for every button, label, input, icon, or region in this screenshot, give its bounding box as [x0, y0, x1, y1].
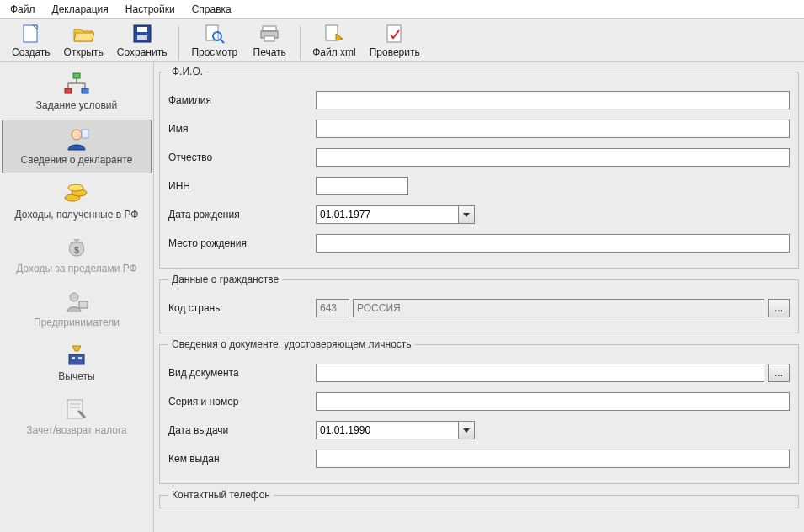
svg-rect-10 [264, 36, 274, 41]
surname-input[interactable] [316, 91, 790, 109]
group-fio: Ф.И.О. Фамилия Имя Отчество ИНН Дата рож… [159, 66, 799, 269]
deductions-icon [61, 342, 92, 369]
doc-type-lookup-button[interactable]: ... [768, 364, 790, 382]
svg-rect-14 [65, 88, 72, 93]
patronymic-input[interactable] [316, 148, 790, 167]
save-disk-icon [131, 23, 153, 45]
sidebar-entrepreneur-label: Предприниматели [34, 317, 120, 328]
money-bag-icon: $ [61, 234, 92, 261]
create-label: Создать [12, 46, 51, 58]
group-identity-doc: Сведения о документе, удостоверяющем лич… [159, 338, 799, 484]
svg-rect-12 [387, 25, 401, 42]
filexml-button[interactable]: Файл xml [306, 21, 363, 60]
sidebar: Задание условий Сведения о декларанте До… [0, 62, 154, 532]
serial-input[interactable] [316, 392, 790, 411]
sidebar-item-refund[interactable]: Зачет/возврат налога [2, 391, 152, 443]
birthplace-input[interactable] [316, 234, 790, 253]
issue-date-combo[interactable] [316, 421, 475, 439]
filexml-label: Файл xml [312, 46, 356, 58]
print-button[interactable]: Печать [244, 21, 295, 60]
birthdate-dropdown-button[interactable] [458, 205, 475, 224]
sidebar-item-deductions[interactable]: Вычеты [2, 337, 152, 389]
menu-help[interactable]: Справка [185, 2, 238, 17]
chevron-down-icon [463, 213, 470, 217]
svg-rect-25 [72, 357, 75, 359]
sidebar-item-income-abroad[interactable]: $ Доходы за пределами РФ [2, 229, 152, 281]
menu-settings[interactable]: Настройки [119, 2, 182, 17]
group-phone: Контактный телефон [159, 489, 799, 508]
svg-point-22 [70, 293, 78, 301]
svg-line-7 [221, 40, 224, 43]
printer-icon [258, 23, 280, 45]
open-button[interactable]: Открыть [57, 21, 110, 60]
briefcase-person-icon [61, 288, 92, 315]
svg-text:$: $ [74, 246, 79, 255]
preview-label: Просмотр [191, 46, 237, 58]
sidebar-item-conditions[interactable]: Задание условий [2, 66, 152, 118]
svg-rect-15 [82, 88, 88, 93]
xml-file-icon [323, 23, 345, 45]
sidebar-income-abroad-label: Доходы за пределами РФ [16, 263, 136, 274]
svg-rect-24 [69, 354, 84, 364]
birthdate-combo[interactable] [316, 205, 475, 224]
doc-type-input[interactable] [316, 364, 764, 382]
svg-rect-4 [137, 35, 147, 40]
inn-label: ИНН [168, 180, 316, 192]
svg-rect-13 [73, 73, 80, 78]
inn-input[interactable] [316, 177, 408, 195]
preview-button[interactable]: Просмотр [184, 21, 244, 60]
toolbar: Создать Открыть Сохранить Просмотр Печат… [0, 19, 804, 62]
sidebar-income-rf-label: Доходы, полученные в РФ [15, 209, 139, 221]
issue-date-label: Дата выдачи [168, 424, 316, 436]
sidebar-deductions-label: Вычеты [58, 370, 94, 382]
coins-icon [61, 180, 92, 207]
check-button[interactable]: Проверить [363, 21, 427, 60]
issued-by-input[interactable] [316, 450, 790, 468]
save-button[interactable]: Сохранить [110, 21, 174, 60]
check-document-icon [384, 23, 406, 45]
svg-rect-17 [82, 130, 88, 138]
sidebar-item-declarant[interactable]: Сведения о декларанте [2, 120, 152, 173]
print-label: Печать [253, 46, 286, 58]
check-label: Проверить [370, 46, 420, 58]
country-lookup-button[interactable]: ... [768, 299, 790, 317]
open-folder-icon [72, 23, 94, 45]
open-label: Открыть [64, 46, 104, 58]
sidebar-item-entrepreneur[interactable]: Предприниматели [2, 283, 152, 335]
country-name-input [353, 299, 764, 317]
patronymic-label: Отчество [168, 152, 316, 163]
birthdate-label: Дата рождения [168, 209, 316, 221]
hierarchy-icon [61, 71, 92, 98]
form-area: Ф.И.О. Фамилия Имя Отчество ИНН Дата рож… [154, 62, 804, 532]
sidebar-declarant-label: Сведения о декларанте [21, 154, 133, 166]
document-pen-icon [61, 396, 92, 423]
issue-date-dropdown-button[interactable] [458, 421, 475, 439]
person-icon [61, 125, 92, 152]
menu-declaration[interactable]: Декларация [45, 2, 115, 17]
issue-date-input[interactable] [316, 421, 459, 439]
sidebar-refund-label: Зачет/возврат налога [26, 424, 126, 436]
name-input[interactable] [316, 120, 790, 138]
svg-point-20 [68, 184, 83, 191]
sidebar-item-income-rf[interactable]: Доходы, полученные в РФ [2, 175, 152, 227]
create-button[interactable]: Создать [5, 21, 57, 60]
group-identity-doc-legend: Сведения о документе, удостоверяющем лич… [168, 338, 415, 350]
save-label: Сохранить [117, 46, 168, 58]
menubar: Файл Декларация Настройки Справка [0, 0, 804, 19]
toolbar-separator [178, 26, 179, 60]
country-code-label: Код страны [168, 302, 316, 314]
svg-point-16 [72, 130, 82, 140]
menu-file[interactable]: Файл [3, 2, 42, 17]
new-file-icon [20, 23, 42, 45]
serial-label: Серия и номер [168, 396, 316, 407]
svg-rect-26 [78, 357, 82, 359]
svg-rect-3 [137, 27, 147, 32]
surname-label: Фамилия [168, 94, 316, 106]
chevron-down-icon [463, 428, 470, 433]
birthplace-label: Место рождения [168, 237, 316, 249]
toolbar-separator [300, 26, 301, 60]
group-phone-legend: Контактный телефон [168, 489, 274, 501]
issued-by-label: Кем выдан [168, 453, 316, 465]
country-code-input [316, 299, 349, 317]
birthdate-input[interactable] [316, 205, 459, 224]
